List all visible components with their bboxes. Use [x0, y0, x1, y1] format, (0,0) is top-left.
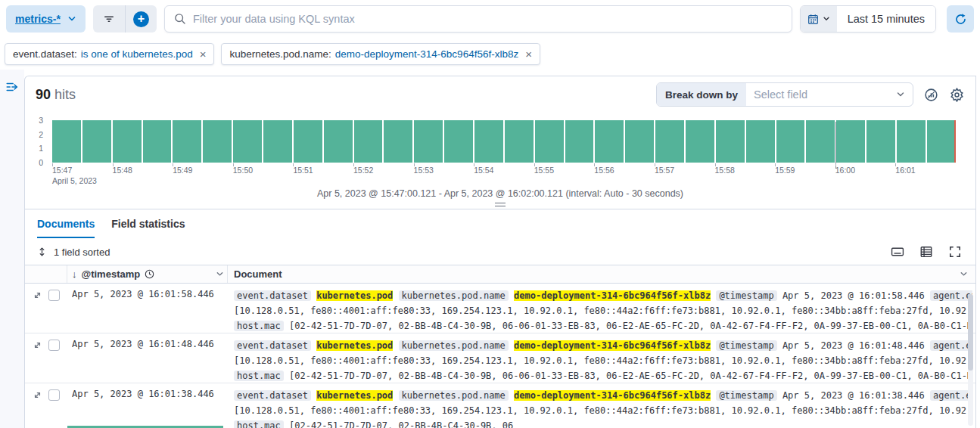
data-view-picker[interactable]: metrics-*: [6, 5, 86, 33]
histogram-bar[interactable]: [414, 120, 443, 163]
histogram-bar[interactable]: [173, 120, 201, 163]
row-checkbox[interactable]: [48, 389, 60, 401]
chart-options-icon[interactable]: [922, 86, 939, 103]
remove-filter-icon[interactable]: ×: [200, 48, 207, 60]
expand-row-icon[interactable]: [33, 290, 42, 300]
date-quick-select-button[interactable]: [801, 6, 837, 32]
histogram-bar[interactable]: [474, 120, 503, 163]
filter-lines-icon: [103, 13, 115, 25]
expand-row-icon[interactable]: [33, 390, 42, 400]
histogram-bar[interactable]: [444, 120, 473, 163]
histogram-bar[interactable]: [52, 120, 81, 163]
timestamp-column-header[interactable]: ↓ @timestamp: [67, 265, 228, 283]
sorted-fields-button[interactable]: 1 field sorted: [37, 247, 110, 258]
histogram-bar[interactable]: [354, 120, 383, 163]
sorted-fields-label: 1 field sorted: [54, 247, 110, 258]
current-time-marker: [954, 120, 957, 163]
histogram-bar[interactable]: [655, 120, 684, 163]
chart-settings-gear-icon[interactable]: [948, 86, 965, 103]
calendar-icon: [807, 14, 819, 25]
row-checkbox[interactable]: [48, 290, 60, 301]
chevron-down-icon[interactable]: [960, 270, 968, 278]
y-axis-labels: 3210: [25, 113, 48, 163]
breakdown-select[interactable]: Select field: [746, 83, 913, 106]
keyboard-icon[interactable]: [889, 243, 906, 260]
y-tick-label: 2: [39, 130, 43, 139]
histogram-bar[interactable]: [143, 120, 172, 163]
histogram-bar[interactable]: [806, 120, 835, 163]
clock-icon: [145, 269, 154, 279]
display-options-icon[interactable]: [918, 243, 935, 260]
expand-sidebar-icon[interactable]: [5, 80, 19, 94]
chart-resize-handle[interactable]: [495, 203, 506, 206]
histogram-bar[interactable]: [927, 120, 956, 163]
histogram-bar[interactable]: [716, 120, 745, 163]
chevron-down-icon: [823, 15, 830, 23]
histogram-section: 90 hits Break down by Select field: [25, 76, 975, 209]
highlighted-value: demo-deployment-314-6bc964f56f-xlb8z: [514, 340, 711, 351]
grid-scrollbar[interactable]: [968, 294, 973, 426]
tab-documents[interactable]: Documents: [37, 218, 95, 238]
histogram-bar[interactable]: [897, 120, 926, 163]
sort-descending-icon: ↓: [72, 268, 77, 280]
tab-field-statistics[interactable]: Field statistics: [111, 218, 185, 238]
remove-filter-icon[interactable]: ×: [525, 48, 532, 60]
fullscreen-icon[interactable]: [947, 243, 963, 260]
x-tick-label: 15:48: [113, 166, 173, 187]
histogram-bar[interactable]: [565, 120, 594, 163]
field-name-chip: host.mac: [234, 420, 284, 428]
histogram-bar[interactable]: [263, 120, 292, 163]
query-toolbar: metrics-* + Filter your data using KQL s…: [0, 0, 980, 38]
x-tick-label: 15:55: [534, 166, 595, 187]
filter-label: kubernetes.pod.name:: [229, 48, 331, 60]
x-tick-label: 15:56: [594, 166, 655, 187]
filter-options-button[interactable]: [93, 5, 125, 33]
histogram-bar[interactable]: [866, 120, 895, 163]
table-row: Apr 5, 2023 @ 16:01:38.446event.dataset …: [25, 383, 975, 428]
table-row: Apr 5, 2023 @ 16:01:58.446event.dataset …: [25, 284, 975, 333]
chevron-down-icon[interactable]: [216, 270, 224, 278]
document-cell: event.dataset kubernetes.pod kubernetes.…: [228, 383, 975, 428]
histogram-bar[interactable]: [686, 120, 714, 163]
histogram-bar[interactable]: [746, 120, 775, 163]
row-checkbox[interactable]: [48, 340, 60, 351]
field-name-chip: agent.ephe: [930, 390, 972, 401]
y-tick-label: 3: [39, 116, 43, 125]
time-interval-caption: Apr 5, 2023 @ 15:47:00.121 - Apr 5, 2023…: [25, 188, 975, 199]
filter-value: demo-deployment-314-6bc964f56f-xlb8z: [335, 48, 518, 60]
histogram-bar[interactable]: [625, 120, 654, 163]
time-range-button[interactable]: Last 15 minutes: [837, 6, 935, 32]
breakdown-placeholder: Select field: [754, 88, 807, 101]
histogram-bar[interactable]: [82, 120, 111, 163]
histogram-bar[interactable]: [113, 120, 142, 163]
histogram-bar[interactable]: [324, 120, 353, 163]
highlighted-value: demo-deployment-314-6bc964f56f-xlb8z: [514, 290, 711, 301]
filter-pill-event-dataset[interactable]: event.dataset: is one of kubernetes.pod …: [5, 43, 214, 65]
timestamp-cell: Apr 5, 2023 @ 16:01:58.446: [67, 284, 228, 333]
highlighted-value: kubernetes.pod: [316, 340, 393, 351]
filter-pill-bar: event.dataset: is one of kubernetes.pod …: [0, 38, 980, 70]
histogram-bars: [52, 120, 956, 163]
add-filter-button[interactable]: +: [125, 5, 157, 33]
histogram-bar[interactable]: [384, 120, 412, 163]
refresh-icon: [954, 13, 967, 26]
refresh-button[interactable]: [947, 5, 974, 33]
histogram-bar[interactable]: [233, 120, 262, 163]
histogram-bar[interactable]: [203, 120, 232, 163]
histogram-bar[interactable]: [595, 120, 624, 163]
histogram-bar[interactable]: [535, 120, 564, 163]
grid-control-column-header: [25, 265, 67, 283]
table-row: Apr 5, 2023 @ 16:01:48.446event.dataset …: [25, 333, 975, 383]
field-name-chip: @timestamp: [716, 290, 776, 301]
document-column-header[interactable]: Document: [228, 268, 975, 280]
field-name-chip: event.dataset: [234, 340, 311, 351]
filter-pill-pod-name[interactable]: kubernetes.pod.name: demo-deployment-314…: [221, 43, 540, 65]
x-tick-label: 15:50: [233, 166, 294, 187]
histogram-bar[interactable]: [505, 120, 534, 163]
expand-row-icon[interactable]: [33, 340, 42, 350]
histogram-bar[interactable]: [776, 120, 805, 163]
filter-value: is one of kubernetes.pod: [81, 48, 193, 60]
histogram-bar[interactable]: [836, 120, 865, 163]
histogram-bar[interactable]: [294, 120, 322, 163]
kql-search-input[interactable]: Filter your data using KQL syntax: [164, 5, 792, 33]
